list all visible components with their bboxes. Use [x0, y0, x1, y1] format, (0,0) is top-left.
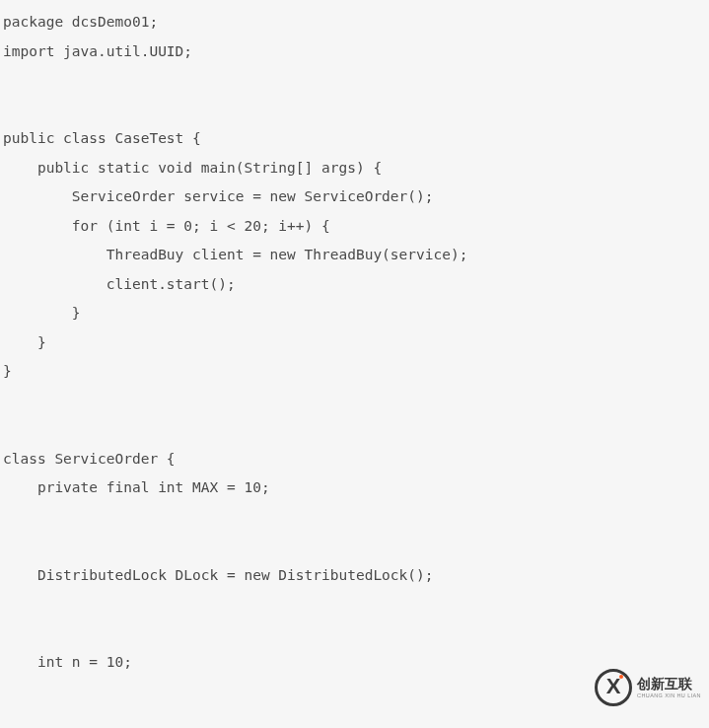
code-line: } — [3, 305, 81, 321]
code-line: int n = 10; — [3, 654, 132, 670]
watermark-cn-text: 创新互联 — [637, 677, 701, 692]
code-line: ServiceOrder service = new ServiceOrder(… — [3, 188, 434, 204]
code-line: DistributedLock DLock = new DistributedL… — [3, 567, 434, 583]
watermark-logo-icon: X — [595, 669, 632, 706]
code-line: ThreadBuy client = new ThreadBuy(service… — [3, 247, 467, 262]
watermark: X 创新互联 CHUANG XIN HU LIAN — [595, 669, 701, 706]
code-line: class ServiceOrder { — [3, 451, 176, 467]
watermark-text: 创新互联 CHUANG XIN HU LIAN — [637, 677, 701, 697]
code-line: package dcsDemo01; — [3, 14, 158, 30]
code-line: for (int i = 0; i < 20; i++) { — [3, 218, 330, 234]
watermark-en-text: CHUANG XIN HU LIAN — [637, 692, 701, 698]
code-line: public static void main(String[] args) { — [3, 160, 382, 176]
code-line: } — [3, 334, 46, 350]
watermark-logo-letter: X — [606, 672, 621, 701]
code-line: import java.util.UUID; — [3, 43, 192, 59]
code-line: } — [3, 363, 12, 379]
code-line: private final int MAX = 10; — [3, 479, 270, 495]
code-line: public class CaseTest { — [3, 130, 201, 146]
code-line: client.start(); — [3, 276, 236, 292]
code-block: package dcsDemo01; import java.util.UUID… — [3, 8, 709, 728]
